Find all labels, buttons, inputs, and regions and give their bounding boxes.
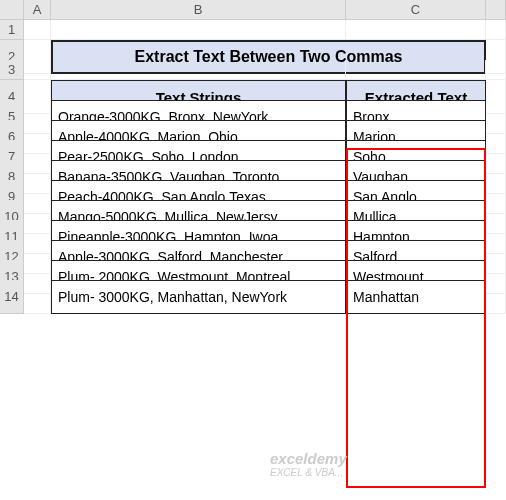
col-header-c[interactable]: C xyxy=(346,0,486,20)
cell[interactable] xyxy=(24,20,51,40)
table-cell-text[interactable]: Plum- 3000KG, Manhattan, NewYork xyxy=(51,280,346,314)
col-header-blank[interactable] xyxy=(486,0,506,20)
spreadsheet: A B C 1 2 Extract Text Between Two Comma… xyxy=(0,0,506,300)
col-header-b[interactable]: B xyxy=(51,0,346,20)
watermark: exceldemy EXCEL & VBA... xyxy=(270,450,347,478)
cell[interactable] xyxy=(51,60,346,80)
cell[interactable] xyxy=(346,20,486,40)
cell[interactable] xyxy=(346,60,486,80)
watermark-line2: EXCEL & VBA... xyxy=(270,467,347,478)
table-cell-extracted[interactable]: Manhattan xyxy=(346,280,486,314)
row-header[interactable]: 14 xyxy=(0,280,24,314)
cell[interactable] xyxy=(486,60,506,80)
col-header-a[interactable]: A xyxy=(24,0,51,20)
watermark-line1: exceldemy xyxy=(270,450,347,467)
cell[interactable] xyxy=(51,20,346,40)
cell[interactable] xyxy=(486,20,506,40)
cell[interactable] xyxy=(24,280,51,314)
cell[interactable] xyxy=(486,280,506,314)
row-header[interactable]: 1 xyxy=(0,20,24,40)
cell[interactable] xyxy=(24,60,51,80)
row-header[interactable]: 3 xyxy=(0,60,24,80)
select-all-corner[interactable] xyxy=(0,0,24,20)
